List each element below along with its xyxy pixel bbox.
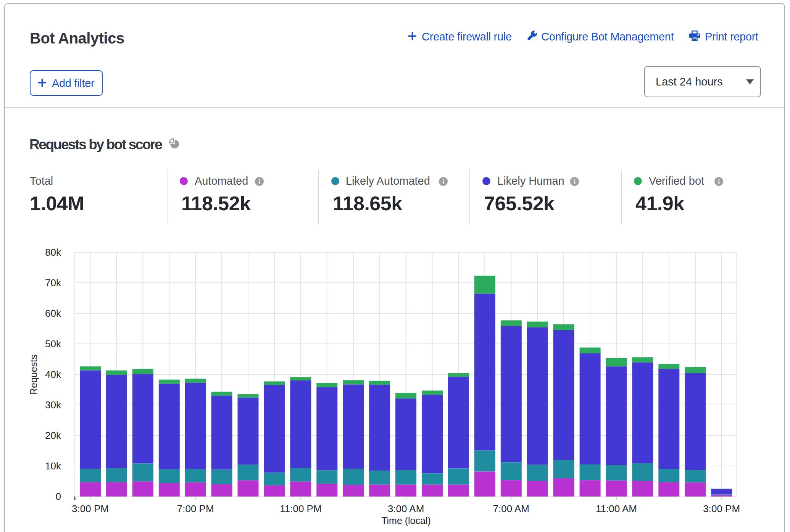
svg-text:40k: 40k xyxy=(45,369,61,380)
svg-text:Time (local): Time (local) xyxy=(381,515,431,526)
svg-text:0: 0 xyxy=(56,491,61,502)
svg-text:Requests: Requests xyxy=(28,355,39,395)
svg-text:3:00 PM: 3:00 PM xyxy=(72,503,109,514)
svg-text:3:00 AM: 3:00 AM xyxy=(388,503,424,514)
svg-text:7:00 PM: 7:00 PM xyxy=(177,503,214,514)
svg-text:30k: 30k xyxy=(45,399,61,411)
svg-text:11:00 AM: 11:00 AM xyxy=(596,503,637,514)
svg-text:11:00 PM: 11:00 PM xyxy=(280,503,321,514)
svg-text:10k: 10k xyxy=(45,460,61,472)
svg-text:20k: 20k xyxy=(45,430,61,441)
svg-text:3:00 PM: 3:00 PM xyxy=(703,503,740,514)
svg-text:60k: 60k xyxy=(45,308,61,319)
svg-text:7:00 AM: 7:00 AM xyxy=(493,503,529,514)
svg-text:80k: 80k xyxy=(45,247,61,258)
svg-text:70k: 70k xyxy=(45,277,61,289)
svg-text:50k: 50k xyxy=(45,338,61,350)
